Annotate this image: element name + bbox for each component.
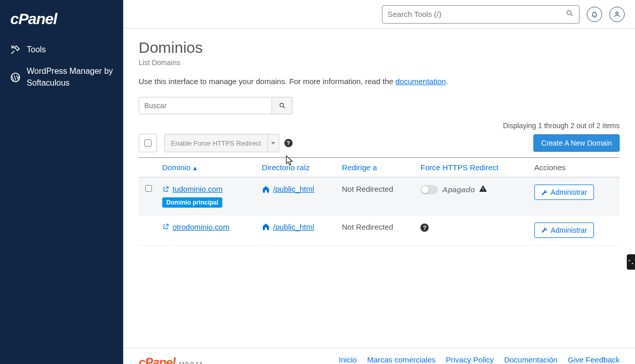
footer-link-docs[interactable]: Documentación: [504, 355, 557, 364]
help-icon[interactable]: ?: [420, 224, 429, 232]
select-all-wrapper[interactable]: [139, 134, 157, 152]
table-row: tudominio.com Dominio principal /public_…: [139, 177, 620, 215]
force-https-dropdown[interactable]: [267, 134, 279, 152]
bell-icon: [591, 11, 598, 18]
displaying-count: Displaying 1 through 2 out of 2 items: [139, 122, 620, 130]
create-domain-button[interactable]: Create A New Domain: [533, 134, 620, 152]
footer-version: 110.0.14: [178, 361, 202, 364]
footer-link-feedback[interactable]: Give Feedback: [568, 355, 620, 364]
warning-icon: [479, 185, 487, 194]
sidebar-item-label: WordPress Manager by Softaculous: [27, 66, 113, 89]
force-https-button[interactable]: Enable Force HTTPS Redirect: [165, 134, 267, 152]
sidebar-item-wordpress[interactable]: WordPress Manager by Softaculous: [0, 60, 123, 94]
manage-label: Administrar: [551, 226, 587, 234]
domain-name: otrodominio.com: [172, 223, 229, 231]
search-tools[interactable]: [382, 5, 580, 24]
manage-button[interactable]: Administrar: [534, 185, 594, 200]
breadcrumb: List Domains: [139, 58, 620, 67]
table-toolbar: Enable Force HTTPS Redirect ? Create A N…: [139, 134, 620, 152]
col-actions: Acciones: [530, 158, 620, 177]
content: Dominios List Domains Use this interface…: [123, 29, 635, 364]
footer-logo: cPanel: [139, 355, 175, 364]
domain-name: tudominio.com: [172, 185, 223, 193]
footer-link-home[interactable]: Inicio: [339, 355, 357, 364]
table-row: otrodominio.com /public_html Not Redirec…: [139, 215, 620, 245]
root-directory-link[interactable]: /public_html: [262, 223, 314, 231]
primary-domain-badge: Dominio principal: [162, 197, 222, 208]
domain-link[interactable]: tudominio.com: [162, 185, 223, 193]
sort-asc-icon: ▲: [192, 165, 198, 172]
svg-rect-6: [483, 188, 484, 190]
select-all-checkbox[interactable]: [144, 139, 151, 147]
user-menu-button[interactable]: [609, 7, 625, 22]
brand-logo: cPanel: [0, 5, 123, 39]
topbar: [123, 0, 635, 29]
main: Dominios List Domains Use this interface…: [123, 0, 635, 364]
domain-search-row: [139, 97, 620, 114]
documentation-link[interactable]: documentation: [395, 77, 446, 86]
feedback-tab[interactable]: [627, 254, 635, 270]
svg-point-1: [567, 11, 571, 15]
user-icon: [613, 11, 621, 18]
svg-point-4: [280, 103, 283, 107]
wrench-icon: [541, 189, 548, 196]
root-path: /public_html: [273, 185, 314, 193]
wrench-icon: [541, 227, 548, 233]
home-icon: [262, 223, 270, 231]
svg-line-5: [283, 107, 284, 108]
toggle-pill: [420, 185, 438, 194]
toggle-label: Apagado: [442, 185, 475, 194]
caret-down-icon: [271, 142, 275, 145]
col-redirects[interactable]: Redirige a: [338, 158, 416, 177]
svg-line-2: [571, 14, 572, 16]
col-checkbox: [139, 158, 158, 177]
external-link-icon: [162, 186, 169, 193]
root-path: /public_html: [273, 223, 314, 231]
row-checkbox[interactable]: [145, 185, 152, 192]
col-domain[interactable]: Dominio▲: [158, 158, 258, 177]
description-text: Use this interface to manage your domain…: [139, 77, 395, 86]
footer-links: Inicio Marcas comerciales Privacy Policy…: [339, 355, 620, 364]
footer-link-trademarks[interactable]: Marcas comerciales: [367, 355, 435, 364]
search-icon: [566, 9, 574, 19]
sidebar-item-label: Tools: [27, 44, 46, 55]
manage-label: Administrar: [551, 188, 587, 196]
tools-icon: [10, 45, 21, 55]
footer-link-privacy[interactable]: Privacy Policy: [446, 355, 494, 364]
help-icon[interactable]: ?: [284, 139, 293, 147]
search-icon: [279, 102, 286, 109]
force-https-button-group[interactable]: Enable Force HTTPS Redirect: [164, 134, 279, 152]
domain-link[interactable]: otrodominio.com: [162, 223, 229, 231]
footer: cPanel 110.0.14 Inicio Marcas comerciale…: [123, 348, 635, 364]
https-toggle[interactable]: Apagado: [420, 185, 487, 194]
domain-search-input[interactable]: [139, 97, 272, 114]
wordpress-icon: [10, 72, 21, 83]
sidebar-item-tools[interactable]: Tools: [0, 39, 123, 60]
svg-rect-7: [483, 190, 484, 191]
col-https[interactable]: Force HTTPS Redirect: [416, 158, 530, 177]
col-root[interactable]: Directorio raíz: [258, 158, 338, 177]
manage-button[interactable]: Administrar: [534, 223, 594, 238]
domain-table: Dominio▲ Directorio raíz Redirige a Forc…: [139, 157, 620, 246]
redirects-cell: Not Redirected: [338, 215, 416, 245]
page-description: Use this interface to manage your domain…: [139, 77, 620, 86]
sidebar: cPanel Tools WordPress Manager by Softac…: [0, 0, 123, 364]
description-text-end: .: [446, 77, 448, 86]
redirects-cell: Not Redirected: [338, 177, 416, 215]
root-directory-link[interactable]: /public_html: [262, 185, 314, 193]
expand-icon: [628, 259, 634, 265]
notifications-button[interactable]: [587, 7, 602, 22]
external-link-icon: [162, 223, 169, 230]
domain-search-button[interactable]: [272, 97, 293, 114]
page-title: Dominios: [139, 39, 620, 56]
svg-point-3: [616, 12, 619, 14]
home-icon: [262, 185, 270, 193]
search-tools-input[interactable]: [388, 10, 566, 18]
